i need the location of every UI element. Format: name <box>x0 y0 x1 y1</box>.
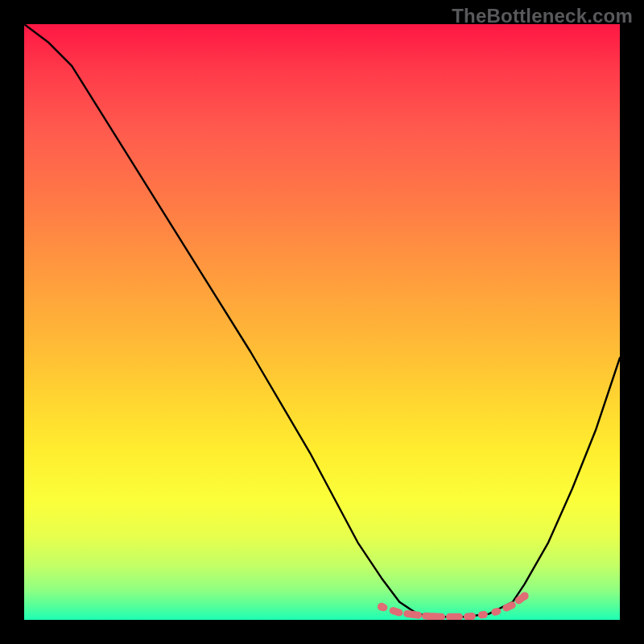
svg-point-1 <box>521 592 529 600</box>
floor-band <box>378 592 529 617</box>
curve-svg <box>24 24 620 620</box>
svg-point-0 <box>378 603 386 611</box>
chart-frame: TheBottleneck.com <box>0 0 644 644</box>
plot-area <box>24 24 620 620</box>
main-curve <box>24 24 620 617</box>
watermark-text: TheBottleneck.com <box>452 5 633 27</box>
